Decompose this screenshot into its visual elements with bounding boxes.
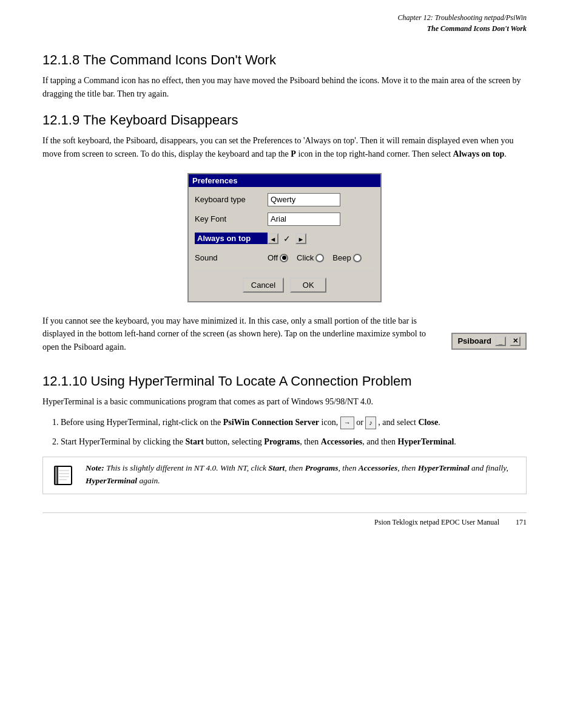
ok-button[interactable]: OK (290, 277, 326, 293)
key-font-row: Key Font Arial (195, 211, 374, 227)
key-font-input[interactable]: Arial (268, 213, 340, 226)
psiboard-minimize-button[interactable]: _ (495, 336, 506, 346)
sound-off-radio[interactable] (280, 254, 288, 262)
accessories-label: Accessories (321, 437, 362, 446)
minimized-keyboard-text: If you cannot see the keyboard, you may … (42, 315, 439, 361)
always-on-top-controls[interactable]: ◄ ✓ ► (268, 233, 374, 244)
key-font-value[interactable]: Arial (268, 213, 374, 226)
dialog-body: Keyboard type Qwerty Key Font Arial Alwa… (189, 187, 380, 301)
note-box: Note: This is slightly different in NT 4… (42, 457, 527, 494)
note-hyperterminal1: HyperTerminal (418, 463, 470, 472)
psiwin-connection-server-label: PsiWin Connection Server (223, 418, 319, 427)
list-item-1-or: or (356, 418, 365, 427)
sound-options: Off Click Beep (268, 253, 374, 262)
note-book-icon (50, 462, 77, 489)
minimized-body: If you cannot see the keyboard, you may … (42, 315, 439, 354)
section-12-1-10-body: HyperTerminal is a basic communications … (42, 395, 527, 409)
list-item-1-period: . (438, 418, 440, 427)
sound-label: Sound (195, 253, 268, 262)
always-on-top-label: Always on top (195, 233, 268, 244)
list-item-2-end: . (454, 437, 456, 446)
list-item-1-icon-text: icon, (319, 418, 340, 427)
key-font-label: Key Font (195, 214, 268, 223)
always-on-top-row[interactable]: Always on top ◄ ✓ ► (195, 231, 374, 247)
checkmark-icon: ✓ (283, 234, 291, 243)
psiboard-close-button[interactable]: ✕ (510, 336, 521, 346)
list-item-1-before: Before using HyperTerminal, right-click … (61, 418, 223, 427)
start-label: Start (185, 437, 203, 446)
arrow-right-button[interactable]: ► (295, 233, 306, 244)
arrow-left-button[interactable]: ◄ (268, 233, 278, 244)
connection-icon-1: → (340, 417, 354, 429)
sound-beep-radio[interactable] (353, 254, 362, 262)
note-end: again. (137, 476, 160, 485)
footer-text: Psion Teklogix netpad EPOC User Manual (374, 518, 499, 526)
note-accessories: Accessories (359, 463, 398, 472)
keyboard-type-label: Keyboard type (195, 195, 268, 204)
sound-beep-label: Beep (332, 253, 351, 262)
note-hyperterminal2: HyperTerminal (86, 476, 137, 485)
sound-beep-option[interactable]: Beep (332, 253, 361, 262)
p-icon: P (291, 149, 296, 158)
keyboard-type-row: Keyboard type Qwerty (195, 192, 374, 208)
sound-controls: Off Click Beep (268, 253, 374, 262)
note-mid4: and finally, (470, 463, 508, 472)
section-12-1-8-body: If tapping a Command icon has no effect,… (42, 74, 527, 100)
preferences-dialog-wrapper: Preferences Keyboard type Qwerty Key Fon… (42, 173, 527, 302)
sound-off-option[interactable]: Off (268, 253, 288, 262)
preferences-dialog: Preferences Keyboard type Qwerty Key Fon… (187, 173, 382, 302)
always-on-top-text: Always on top (453, 149, 505, 158)
header-section: The Command Icons Don't Work (427, 24, 527, 33)
keyboard-type-input[interactable]: Qwerty (268, 193, 340, 206)
connection-icon-2: ♪ (365, 417, 376, 429)
section-12-1-8-title: 12.1.8 The Command Icons Don't Work (42, 52, 527, 68)
note-mid3: , then (397, 463, 417, 472)
sound-click-option[interactable]: Click (297, 253, 324, 262)
svg-rect-1 (55, 466, 58, 485)
dialog-buttons: Cancel OK (195, 277, 374, 296)
list-item-1-end: , and select (378, 418, 418, 427)
note-content: Note: This is slightly different in NT 4… (86, 462, 519, 487)
page-header: Chapter 12: Troubleshooting netpad/PsiWi… (42, 12, 527, 34)
header-chapter: Chapter 12: Troubleshooting netpad/PsiWi… (397, 13, 527, 22)
section-12-1-9-body: If the soft keyboard, the Psiboard, disa… (42, 134, 527, 160)
list-item-2-before: Start HyperTerminal by clicking the (61, 437, 185, 446)
psiboard-widget: Psiboard _ ✕ (451, 327, 527, 350)
note-label: Note: (86, 463, 104, 472)
note-mid1: , then (285, 463, 305, 472)
steps-list: Before using HyperTerminal, right-click … (61, 416, 527, 449)
keyboard-type-value[interactable]: Qwerty (268, 193, 374, 206)
sound-row: Sound Off Click Bee (195, 250, 374, 266)
sound-click-label: Click (297, 253, 314, 262)
dialog-titlebar: Preferences (189, 174, 380, 187)
list-item-2-mid3: , and then (362, 437, 397, 446)
sound-off-label: Off (268, 253, 278, 262)
note-before: This is slightly different in NT 4.0. Wi… (106, 463, 268, 472)
programs-label: Programs (264, 437, 300, 446)
dialog-divider (195, 271, 374, 271)
list-item-2: Start HyperTerminal by clicking the Star… (61, 435, 527, 449)
page-footer: Psion Teklogix netpad EPOC User Manual 1… (42, 512, 527, 527)
list-item-1: Before using HyperTerminal, right-click … (61, 416, 527, 429)
note-mid2: , then (338, 463, 358, 472)
psiboard-titlebar: Psiboard _ ✕ (451, 333, 527, 350)
sound-click-radio[interactable] (315, 254, 324, 262)
minimized-keyboard-section: If you cannot see the keyboard, you may … (42, 315, 527, 361)
note-programs: Programs (305, 463, 339, 472)
footer-page: 171 (516, 518, 527, 526)
list-item-2-mid2: , then (300, 437, 321, 446)
list-item-2-mid1: button, selecting (204, 437, 265, 446)
note-text: This is slightly different in NT 4.0. Wi… (86, 463, 508, 485)
close-label: Close (418, 418, 438, 427)
psiboard-label: Psiboard (457, 336, 491, 345)
cancel-button[interactable]: Cancel (243, 277, 284, 293)
section-12-1-10-title: 12.1.10 Using HyperTerminal To Locate A … (42, 373, 527, 389)
section-12-1-9-title: 12.1.9 The Keyboard Disappears (42, 112, 527, 128)
note-start: Start (268, 463, 285, 472)
hyperterminal-label: HyperTerminal (398, 437, 454, 446)
